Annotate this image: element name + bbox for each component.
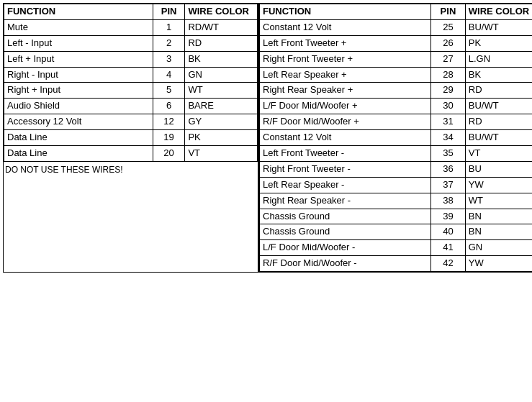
table-row: Right Rear Speaker -38WT — [260, 193, 533, 209]
pin-cell: 4 — [153, 67, 185, 83]
left-header-wire: WIRE COLOR — [185, 4, 258, 20]
wire-cell: VT — [185, 146, 258, 162]
pin-cell: 35 — [431, 146, 466, 162]
table-row: Constant 12 Volt34BU/WT — [260, 130, 533, 146]
table-row: Left Rear Speaker +28BK — [260, 67, 533, 83]
wire-cell: BU/WT — [465, 130, 532, 146]
table-row: Left Rear Speaker -37YW — [260, 177, 533, 193]
function-cell: Data Line — [4, 146, 153, 162]
table-row: R/F Door Mid/Woofer -42YW — [260, 256, 533, 272]
table-row: Mute1RD/WT — [4, 19, 258, 35]
table-row: Right + Input5WT — [4, 83, 258, 99]
table-row: Left Front Tweeter -35VT — [260, 146, 533, 162]
pin-cell: 2 — [153, 35, 185, 51]
right-header-function: FUNCTION — [260, 4, 431, 20]
pin-cell: 19 — [153, 130, 185, 146]
table-row: Accessory 12 Volt12GY — [4, 114, 258, 130]
pin-cell: 29 — [431, 83, 466, 99]
table-row: Right - Input4GN — [4, 67, 258, 83]
table-row: Data Line20VT — [4, 146, 258, 162]
pin-cell: 37 — [431, 177, 466, 193]
wire-cell: BK — [185, 51, 258, 67]
pin-cell: 42 — [431, 256, 466, 272]
wire-cell: BN — [465, 224, 532, 240]
pin-cell: 36 — [431, 161, 466, 177]
wire-cell: PK — [465, 35, 532, 51]
pin-cell: 27 — [431, 51, 466, 67]
table-row: L/F Door Mid/Woofer +30BU/WT — [260, 99, 533, 114]
wire-cell: BU/WT — [465, 19, 532, 35]
main-container: FUNCTION PIN WIRE COLOR Mute1RD/WTLeft -… — [3, 3, 532, 273]
wire-cell: RD — [465, 83, 532, 99]
wire-cell: YW — [465, 177, 532, 193]
table-row: L/F Door Mid/Woofer -41GN — [260, 240, 533, 256]
table-row: Left Front Tweeter +26PK — [260, 35, 533, 51]
function-cell: L/F Door Mid/Woofer - — [260, 240, 431, 256]
left-header-function: FUNCTION — [4, 4, 153, 20]
function-cell: Chassis Ground — [260, 209, 431, 224]
pin-cell: 1 — [153, 19, 185, 35]
pin-cell: 39 — [431, 209, 466, 224]
left-header-pin: PIN — [153, 4, 185, 20]
pin-cell: 40 — [431, 224, 466, 240]
wire-cell: GN — [185, 67, 258, 83]
wire-cell: PK — [185, 130, 258, 146]
function-cell: Right Front Tweeter - — [260, 161, 431, 177]
function-cell: Right Rear Speaker + — [260, 83, 431, 99]
table-row: Audio Shield6BARE — [4, 99, 258, 114]
wire-cell: RD — [185, 35, 258, 51]
pin-cell: 38 — [431, 193, 466, 209]
function-cell: R/F Door Mid/Woofer + — [260, 114, 431, 130]
function-cell: R/F Door Mid/Woofer - — [260, 256, 431, 272]
function-cell: Right Front Tweeter + — [260, 51, 431, 67]
function-cell: Left + Input — [4, 51, 153, 67]
pin-cell: 3 — [153, 51, 185, 67]
table-row: Right Rear Speaker +29RD — [260, 83, 533, 99]
pin-cell: 34 — [431, 130, 466, 146]
pin-cell: 20 — [153, 146, 185, 162]
function-cell: Left Front Tweeter + — [260, 35, 431, 51]
table-row: R/F Door Mid/Woofer +31RD — [260, 114, 533, 130]
pin-cell: 41 — [431, 240, 466, 256]
wire-cell: YW — [465, 256, 532, 272]
table-row: Chassis Ground40BN — [260, 224, 533, 240]
table-row: Constant 12 Volt25BU/WT — [260, 19, 533, 35]
wire-cell: BK — [465, 67, 532, 83]
pin-cell: 31 — [431, 114, 466, 130]
table-row: Right Front Tweeter -36BU — [260, 161, 533, 177]
pin-cell: 25 — [431, 19, 466, 35]
table-row: Left + Input3BK — [4, 51, 258, 67]
wire-cell: BN — [465, 209, 532, 224]
function-cell: Mute — [4, 19, 153, 35]
function-cell: Constant 12 Volt — [260, 130, 431, 146]
pin-cell: 28 — [431, 67, 466, 83]
wire-cell: RD/WT — [185, 19, 258, 35]
wire-cell: BARE — [185, 99, 258, 114]
table-row: Right Front Tweeter +27L.GN — [260, 51, 533, 67]
pin-cell: 12 — [153, 114, 185, 130]
table-row: Data Line19PK — [4, 130, 258, 146]
function-cell: Left Front Tweeter - — [260, 146, 431, 162]
left-section: FUNCTION PIN WIRE COLOR Mute1RD/WTLeft -… — [3, 3, 258, 273]
function-cell: Audio Shield — [4, 99, 153, 114]
pin-cell: 26 — [431, 35, 466, 51]
pin-cell: 6 — [153, 99, 185, 114]
wire-cell: RD — [465, 114, 532, 130]
wire-cell: GN — [465, 240, 532, 256]
function-cell: Right Rear Speaker - — [260, 193, 431, 209]
wire-cell: L.GN — [465, 51, 532, 67]
wire-cell: BU — [465, 161, 532, 177]
right-header-wire: WIRE COLOR — [465, 4, 532, 20]
function-cell: L/F Door Mid/Woofer + — [260, 99, 431, 114]
function-cell: Left Rear Speaker + — [260, 67, 431, 83]
function-cell: Accessory 12 Volt — [4, 114, 153, 130]
function-cell: Left Rear Speaker - — [260, 177, 431, 193]
function-cell: Data Line — [4, 130, 153, 146]
wire-cell: WT — [185, 83, 258, 99]
table-row: Left - Input2RD — [4, 35, 258, 51]
right-section: FUNCTION PIN WIRE COLOR Constant 12 Volt… — [258, 3, 532, 273]
function-cell: Right + Input — [4, 83, 153, 99]
right-table: FUNCTION PIN WIRE COLOR Constant 12 Volt… — [259, 4, 532, 272]
pin-cell: 30 — [431, 99, 466, 114]
function-cell: Constant 12 Volt — [260, 19, 431, 35]
